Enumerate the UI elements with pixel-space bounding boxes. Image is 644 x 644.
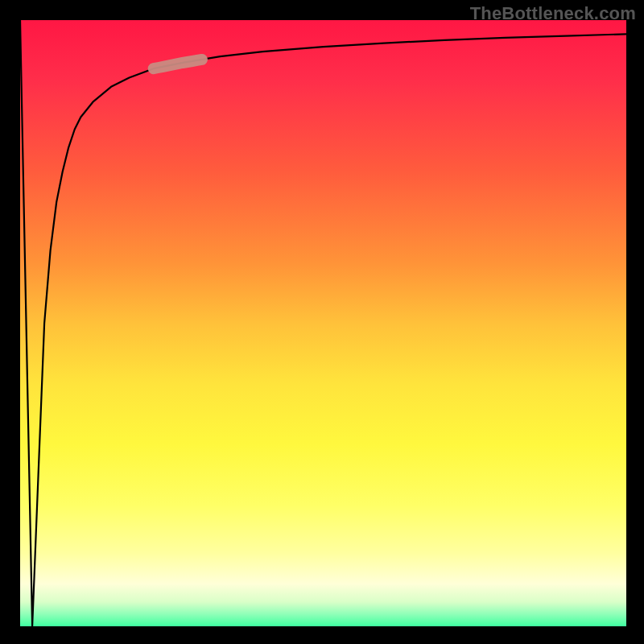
curve-highlight	[154, 60, 202, 68]
bottleneck-curve	[20, 20, 626, 626]
watermark-text: TheBottleneck.com	[470, 3, 636, 24]
chart-container: TheBottleneck.com	[0, 0, 644, 644]
curve-layer	[20, 20, 626, 626]
